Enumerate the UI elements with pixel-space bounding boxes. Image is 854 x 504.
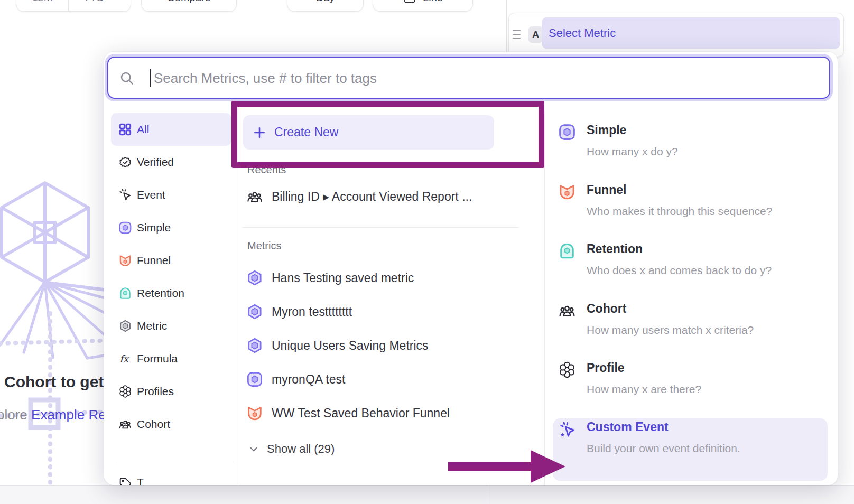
hexagon-purple-icon: [246, 269, 263, 286]
recent-item[interactable]: Billing ID ▸ Account Viewed Report ...: [243, 185, 519, 208]
column-divider: [238, 111, 238, 485]
tag-icon: [118, 477, 132, 485]
sidebar-item-event[interactable]: Event: [111, 179, 231, 211]
plus-icon: [253, 126, 266, 139]
create-new-label: Create New: [274, 125, 338, 139]
metric-picker-modal: All Verified Event Simple: [104, 52, 838, 485]
seal-check-icon: [118, 155, 132, 169]
sidebar-item-formula[interactable]: fx Formula: [111, 342, 231, 375]
sidebar-item-tags-partial[interactable]: T: [111, 470, 231, 485]
sidebar-item-cohort[interactable]: Cohort: [111, 408, 231, 441]
text-caret: [150, 69, 151, 87]
hexagon-purple-icon: [246, 337, 263, 354]
grid-icon: [118, 123, 132, 136]
select-metric-label: Select Metric: [549, 26, 616, 40]
simple-icon: [558, 123, 576, 141]
show-all-toggle[interactable]: Show all (29): [243, 438, 402, 460]
select-metric-field[interactable]: Select Metric: [542, 17, 840, 49]
formula-fx-icon: fx: [118, 352, 132, 366]
simple-icon: [246, 371, 263, 388]
search-input[interactable]: [153, 58, 810, 99]
sidebar-item-all[interactable]: All: [111, 113, 231, 146]
metric-list-item[interactable]: Myron testttttttt: [243, 298, 519, 325]
panel-divider-top: [506, 0, 507, 52]
explore-prefix: plore: [0, 407, 31, 423]
sidebar-divider: [115, 462, 234, 462]
sidebar-item-funnel[interactable]: Funnel: [111, 244, 231, 277]
series-badge: A: [528, 26, 543, 43]
funnel-icon: [118, 254, 132, 267]
chevron-down-icon: [107, 0, 116, 2]
metric-list-item[interactable]: myronQA test: [243, 366, 519, 393]
flower-icon: [118, 385, 132, 398]
search-bar[interactable]: [107, 57, 830, 99]
simple-icon: [118, 221, 132, 235]
create-new-button[interactable]: Create New: [243, 115, 494, 150]
funnel-icon: [558, 183, 576, 201]
sidebar-item-profiles[interactable]: Profiles: [111, 375, 231, 408]
metric-list-item[interactable]: WW Test Saved Behavior Funnel: [243, 399, 519, 427]
hexagon-purple-icon: [246, 303, 263, 320]
retention-icon: [118, 286, 132, 300]
time-range-12m[interactable]: 12M: [16, 0, 68, 4]
chevron-down-icon: [248, 443, 259, 455]
compare-button[interactable]: Compare: [141, 0, 237, 12]
search-icon: [119, 70, 135, 86]
recent-item-label: Billing ID ▸ Account Viewed Report ...: [272, 190, 472, 204]
hexagon-gray-icon: [118, 319, 132, 333]
sidebar-item-metric[interactable]: Metric: [111, 310, 231, 342]
svg-text:fx: fx: [119, 353, 130, 365]
drag-handle-icon[interactable]: [512, 29, 522, 40]
empty-state-heading: r Cohort to get: [0, 373, 104, 391]
screenshot-root: 12M YTD Compare Day Line A Select Metric: [0, 0, 854, 504]
panel-divider-bottom: [487, 485, 487, 504]
sidebar-item-verified[interactable]: Verified: [111, 146, 231, 179]
chart-type-line-button[interactable]: Line: [373, 0, 473, 12]
metric-list-item[interactable]: Unique Users Saving Metrics: [243, 332, 519, 359]
people-icon: [558, 302, 576, 320]
people-icon: [246, 188, 263, 205]
cursor-sparkle-purple-icon: [558, 420, 576, 438]
page-bottom-strip: [0, 485, 854, 504]
people-icon: [118, 417, 132, 431]
time-range-ytd[interactable]: YTD: [69, 0, 131, 4]
funnel-icon: [246, 405, 263, 422]
sidebar-item-simple[interactable]: Simple: [111, 211, 231, 244]
cursor-sparkle-icon: [118, 188, 132, 202]
flower-icon: [558, 361, 576, 379]
metrics-heading: Metrics: [247, 240, 281, 252]
time-range-segmented-control[interactable]: 12M YTD: [16, 0, 131, 12]
granularity-day-button[interactable]: Day: [287, 0, 364, 12]
recents-heading: Recents: [247, 164, 286, 176]
metric-list-item[interactable]: Hans Testing saved metric: [243, 264, 519, 292]
retention-icon: [558, 242, 576, 260]
sidebar-item-retention[interactable]: Retention: [111, 277, 231, 310]
line-chart-icon: [403, 0, 416, 4]
column-divider: [544, 111, 545, 485]
section-divider: [242, 227, 519, 228]
